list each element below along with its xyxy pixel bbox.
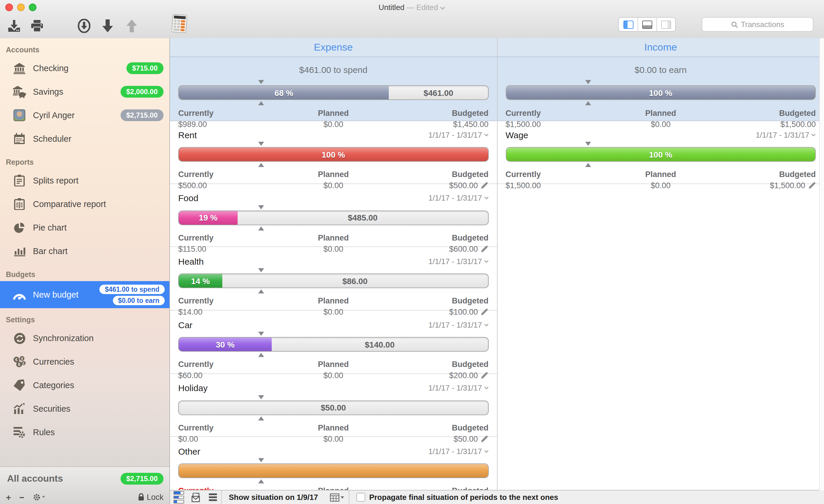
edit-pencil-icon[interactable]: [481, 372, 489, 379]
expense-category-list: Rent 1/1/17 - 1/31/17 100 %: [170, 120, 497, 504]
bar-marker-bottom[interactable]: [258, 163, 264, 167]
bar-marker-bottom[interactable]: [586, 163, 591, 167]
edit-pencil-icon[interactable]: [481, 435, 489, 443]
bank-icon: [12, 62, 27, 74]
budgeted-label: Budgeted: [452, 360, 489, 369]
search-input[interactable]: Transactions: [702, 17, 813, 32]
sidebar-item-scheduler[interactable]: Scheduler: [0, 127, 170, 150]
save-button[interactable]: [5, 18, 23, 34]
svg-text:¥: ¥: [21, 357, 23, 361]
sidebar-item-synchronization[interactable]: Synchronization: [0, 326, 170, 350]
total-balance-badge: $2,715.00: [120, 473, 164, 485]
calculator-app-icon[interactable]: [172, 14, 188, 33]
bar-marker-top[interactable]: [258, 395, 264, 399]
bar-marker-top[interactable]: [586, 142, 591, 146]
budget-list-icon: [173, 491, 184, 503]
settings-label: Rules: [33, 427, 164, 437]
view-sidebar-toggle[interactable]: [619, 18, 637, 31]
clipboard-report-icon: [12, 175, 27, 186]
currencies-icon: €¥$£: [12, 356, 27, 368]
search-icon: [731, 21, 738, 28]
menu-button[interactable]: [204, 491, 221, 504]
currently-label: Currently: [178, 360, 213, 369]
bar-marker-top[interactable]: [258, 205, 264, 209]
situation-date-picker-button[interactable]: [325, 493, 348, 501]
download-circle-button[interactable]: [75, 18, 93, 34]
sidebar-item-comparative-report[interactable]: Comparative report: [0, 192, 170, 216]
bar-marker-top[interactable]: [586, 80, 591, 84]
bar-marker-top[interactable]: [258, 142, 264, 146]
bar-marker-top[interactable]: [258, 80, 264, 84]
import-arrow-button[interactable]: [99, 18, 116, 34]
period-selector[interactable]: 1/1/17 - 1/31/17: [428, 384, 489, 393]
account-label: Checking: [33, 64, 120, 73]
section-title-accounts: Accounts: [6, 46, 170, 54]
sidebar-item-bar-chart[interactable]: Bar chart: [0, 239, 170, 263]
svg-text:€: €: [15, 357, 18, 362]
bar-marker-bottom[interactable]: [258, 416, 264, 420]
bar-marker-bottom[interactable]: [258, 226, 264, 230]
budgeted-label: Budgeted: [779, 170, 816, 179]
import-mail-button[interactable]: [187, 491, 204, 504]
report-label: Bar chart: [33, 246, 164, 256]
bar-marker-top[interactable]: [258, 332, 264, 336]
report-label: Pie chart: [33, 223, 164, 232]
budget-view-button[interactable]: [170, 491, 187, 504]
print-button[interactable]: [28, 18, 46, 34]
edit-pencil-icon[interactable]: [481, 245, 489, 253]
propagate-checkbox[interactable]: [356, 493, 365, 502]
expense-summary-text: $461.00 to spend: [178, 57, 489, 81]
action-gear-button[interactable]: [33, 493, 45, 501]
sidebar-item-cyril-anger[interactable]: Cyril Anger $2,715.00: [0, 103, 170, 127]
category-name: Car: [178, 320, 428, 330]
edit-pencil-icon[interactable]: [481, 308, 489, 316]
sidebar-item-splits-report[interactable]: Splits report: [0, 169, 170, 192]
view-bottom-panel-toggle[interactable]: [637, 18, 656, 31]
remove-button[interactable]: −: [19, 493, 25, 501]
sidebar-item-new-budget[interactable]: New budget $461.00 to spend $0.00 to ear…: [0, 281, 170, 308]
bar-marker-bottom[interactable]: [258, 290, 264, 294]
lock-button[interactable]: Lock: [138, 493, 164, 501]
view-mode-segmented-control: [618, 17, 676, 32]
sidebar-item-rules[interactable]: Rules: [0, 420, 170, 444]
category-row-health: Health 1/1/17 - 1/31/17 14 % $86.00: [170, 247, 497, 310]
budgeted-label: Budgeted: [452, 233, 489, 242]
bar-marker-bottom[interactable]: [258, 480, 264, 484]
planned-label: Planned: [318, 170, 349, 179]
sidebar-item-pie-chart[interactable]: Pie chart: [0, 216, 170, 239]
expense-column: Expense $461.00 to spend 68 % $461.00 Cu…: [170, 38, 497, 504]
chevron-down-icon: [484, 133, 489, 136]
period-selector[interactable]: 1/1/17 - 1/31/17: [428, 130, 489, 139]
vertical-scrollbar[interactable]: [819, 38, 824, 491]
period-selector[interactable]: 1/1/17 - 1/31/17: [428, 320, 489, 329]
sidebar-item-savings[interactable]: Savings $2,000.00: [0, 80, 170, 103]
income-title: Income: [497, 38, 824, 57]
period-selector[interactable]: 1/1/17 - 1/31/17: [428, 257, 489, 266]
category-row-car: Car 1/1/17 - 1/31/17 30 % $140.00: [170, 310, 497, 374]
add-button[interactable]: +: [6, 493, 11, 501]
edit-pencil-icon[interactable]: [808, 182, 816, 189]
sidebar-item-categories[interactable]: Categories: [0, 374, 170, 397]
currently-value: $14.00: [178, 308, 203, 317]
view-right-panel-toggle[interactable]: [656, 18, 675, 31]
period-selector[interactable]: 1/1/17 - 1/31/17: [756, 130, 816, 139]
period-selector[interactable]: 1/1/17 - 1/31/17: [428, 447, 489, 456]
budget-spend-badge: $461.00 to spend: [100, 284, 165, 294]
export-arrow-button[interactable]: [123, 18, 140, 34]
bar-fill: [179, 464, 488, 478]
sidebar-item-currencies[interactable]: €¥$£ Currencies: [0, 350, 170, 374]
bar-percent-label: 100 %: [179, 147, 488, 161]
sidebar-item-checking[interactable]: Checking $715.00: [0, 57, 170, 80]
bar-marker-bottom[interactable]: [258, 101, 264, 105]
income-category-list: Wage 1/1/17 - 1/31/17 100 %: [497, 120, 824, 504]
bar-marker-top[interactable]: [258, 269, 264, 273]
bar-marker-bottom[interactable]: [258, 353, 264, 357]
bar-marker-bottom[interactable]: [586, 101, 591, 105]
sidebar-item-securities[interactable]: Securities: [0, 397, 170, 420]
edit-pencil-icon[interactable]: [481, 182, 489, 189]
gear-caret-icon: [42, 496, 45, 498]
bar-marker-top[interactable]: [258, 459, 264, 463]
period-selector[interactable]: 1/1/17 - 1/31/17: [428, 194, 489, 202]
currently-label: Currently: [506, 109, 541, 118]
planned-value: $0.00: [323, 371, 343, 380]
